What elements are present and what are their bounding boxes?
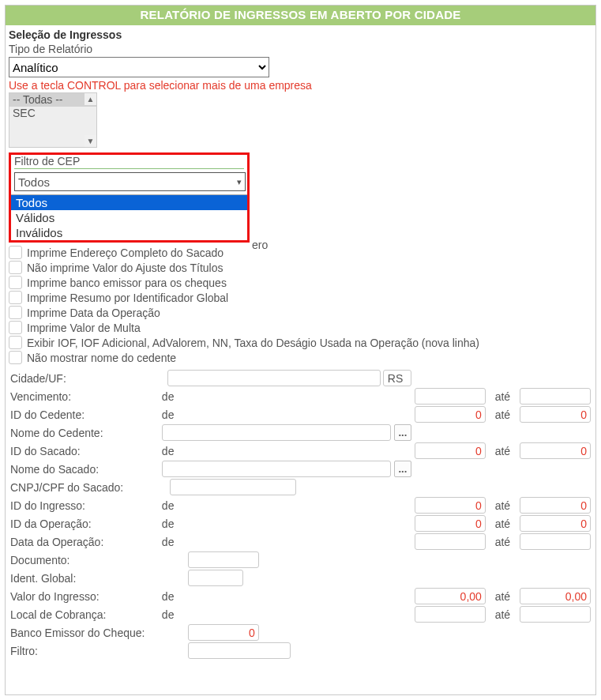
checkbox-icon[interactable] bbox=[9, 276, 22, 289]
filtro-cep-highlight: Filtro de CEP Todos ▾ Todos Válidos Invá… bbox=[9, 152, 250, 243]
filtro-cep-label: Filtro de CEP bbox=[14, 155, 244, 167]
valor-ingresso-ate-input[interactable] bbox=[520, 588, 591, 604]
id-sacado-de-input[interactable] bbox=[415, 442, 486, 459]
id-operacao-label: ID da Operação: bbox=[9, 514, 160, 533]
nome-cedente-label: Nome do Cedente: bbox=[9, 423, 160, 442]
banco-emissor-label: Banco Emissor do Cheque: bbox=[9, 623, 160, 642]
dialog-title: RELATÓRIO DE INGRESSOS EM ABERTO POR CID… bbox=[6, 6, 595, 25]
nome-sacado-label: Nome do Sacado: bbox=[9, 460, 160, 478]
data-operacao-label: Data da Operação: bbox=[9, 533, 160, 551]
local-cobranca-de-input[interactable] bbox=[415, 606, 486, 623]
uf-value: RS bbox=[383, 370, 411, 386]
filtro-label: Filtro: bbox=[9, 642, 160, 660]
filtro-cep-select[interactable]: Todos ▾ bbox=[14, 172, 246, 191]
id-sacado-ate-input[interactable] bbox=[520, 442, 591, 459]
filters-table: Cidade/UF: RS Vencimento: de até ID do C… bbox=[9, 369, 592, 660]
documento-input[interactable] bbox=[188, 551, 259, 568]
checkbox-icon[interactable] bbox=[9, 246, 22, 259]
check-data-operacao[interactable]: Imprime Data da Operação bbox=[9, 306, 592, 319]
ident-global-input[interactable] bbox=[188, 570, 243, 586]
id-sacado-label: ID do Sacado: bbox=[9, 442, 160, 460]
check-resumo-ident-global[interactable]: Imprime Resumo por Identificador Global bbox=[9, 291, 592, 304]
filtro-cep-dropdown: Todos Válidos Inválidos bbox=[11, 194, 247, 240]
id-cedente-de-input[interactable] bbox=[415, 406, 486, 423]
empresa-option-todas[interactable]: -- Todas -- bbox=[9, 93, 96, 107]
filtro-cep-value: Todos bbox=[18, 175, 50, 189]
id-cedente-label: ID do Cedente: bbox=[9, 405, 160, 423]
cidade-label: Cidade/UF: bbox=[9, 369, 160, 387]
tipo-relatorio-select[interactable]: Analítico bbox=[9, 57, 269, 77]
nome-sacado-input[interactable] bbox=[162, 461, 391, 477]
checkbox-icon[interactable] bbox=[9, 306, 22, 319]
id-operacao-de-input[interactable] bbox=[415, 515, 486, 532]
venc-label: Vencimento: bbox=[9, 387, 160, 405]
checkbox-icon[interactable] bbox=[9, 261, 22, 274]
nome-cedente-input[interactable] bbox=[162, 424, 391, 441]
filtro-cep-option-invalidos[interactable]: Inválidos bbox=[11, 225, 247, 240]
tipo-relatorio-label: Tipo de Relatório bbox=[9, 43, 592, 55]
venc-ate-input[interactable] bbox=[520, 388, 591, 405]
check-nao-imprime-ajuste[interactable]: Não imprime Valor do Ajuste dos Títulos bbox=[9, 261, 592, 274]
multi-select-hint: Use a tecla CONTROL para selecionar mais… bbox=[9, 79, 592, 92]
report-dialog: RELATÓRIO DE INGRESSOS EM ABERTO POR CID… bbox=[5, 5, 596, 695]
lookup-cedente-button[interactable]: ... bbox=[394, 424, 411, 441]
id-ingresso-de-input[interactable] bbox=[415, 497, 486, 514]
chevron-down-icon: ▾ bbox=[237, 177, 242, 187]
cnpj-input[interactable] bbox=[170, 479, 296, 495]
valor-ingresso-de-input[interactable] bbox=[415, 588, 486, 604]
checkbox-icon[interactable] bbox=[9, 321, 22, 334]
id-cedente-ate-input[interactable] bbox=[520, 406, 591, 423]
divider bbox=[14, 168, 244, 169]
banco-emissor-input[interactable] bbox=[188, 624, 259, 641]
section-heading: Seleção de Ingressos bbox=[9, 28, 592, 41]
check-endereco-completo[interactable]: Imprime Endereço Completo do Sacado bbox=[9, 246, 592, 259]
check-valor-multa[interactable]: Imprime Valor de Multa bbox=[9, 321, 592, 334]
scroll-up-icon[interactable]: ▲ bbox=[85, 93, 96, 105]
check-nao-mostrar-cedente[interactable]: Não mostrar nome do cedente bbox=[9, 351, 592, 364]
ident-global-label: Ident. Global: bbox=[9, 569, 160, 587]
empresa-option-sec[interactable]: SEC bbox=[9, 107, 96, 120]
id-operacao-ate-input[interactable] bbox=[520, 515, 591, 532]
documento-label: Documento: bbox=[9, 551, 160, 569]
id-ingresso-ate-input[interactable] bbox=[520, 497, 591, 514]
venc-de-input[interactable] bbox=[415, 388, 486, 405]
check-banco-emissor-cheques[interactable]: Imprime banco emissor para os cheques bbox=[9, 276, 592, 289]
occluded-label-tail: ero bbox=[252, 239, 268, 251]
checkbox-icon[interactable] bbox=[9, 351, 22, 364]
id-ingresso-label: ID do Ingresso: bbox=[9, 496, 160, 514]
valor-ingresso-label: Valor do Ingresso: bbox=[9, 587, 160, 605]
lookup-sacado-button[interactable]: ... bbox=[394, 461, 411, 477]
data-operacao-de-input[interactable] bbox=[415, 533, 486, 550]
checkbox-icon[interactable] bbox=[9, 336, 22, 349]
checkbox-icon[interactable] bbox=[9, 291, 22, 304]
filtro-cep-option-validos[interactable]: Válidos bbox=[11, 210, 247, 225]
data-operacao-ate-input[interactable] bbox=[520, 533, 591, 550]
check-exibir-iof[interactable]: Exibir IOF, IOF Adicional, AdValorem, NN… bbox=[9, 336, 592, 349]
local-cobranca-label: Local de Cobrança: bbox=[9, 605, 160, 623]
empresa-listbox[interactable]: ▲ -- Todas -- SEC ▼ bbox=[9, 92, 97, 148]
local-cobranca-ate-input[interactable] bbox=[520, 606, 591, 623]
filtro-input[interactable] bbox=[188, 642, 291, 659]
cidade-input[interactable] bbox=[167, 370, 381, 386]
cnpj-label: CNPJ/CPF do Sacado: bbox=[9, 478, 160, 496]
filtro-cep-option-todos[interactable]: Todos bbox=[11, 195, 247, 210]
scroll-down-icon[interactable]: ▼ bbox=[85, 135, 96, 147]
